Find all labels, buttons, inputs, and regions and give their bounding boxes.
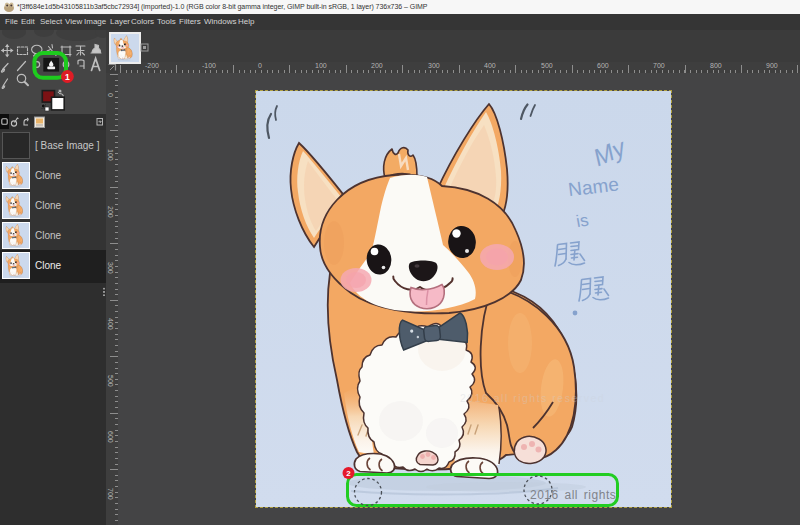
svg-text:2: 2 [346, 469, 351, 478]
svg-text:1: 1 [65, 72, 70, 82]
svg-text:2016 all rights: 2016 all rights [530, 488, 616, 502]
svg-text:2016 all rights reserved: 2016 all rights reserved [460, 392, 605, 404]
